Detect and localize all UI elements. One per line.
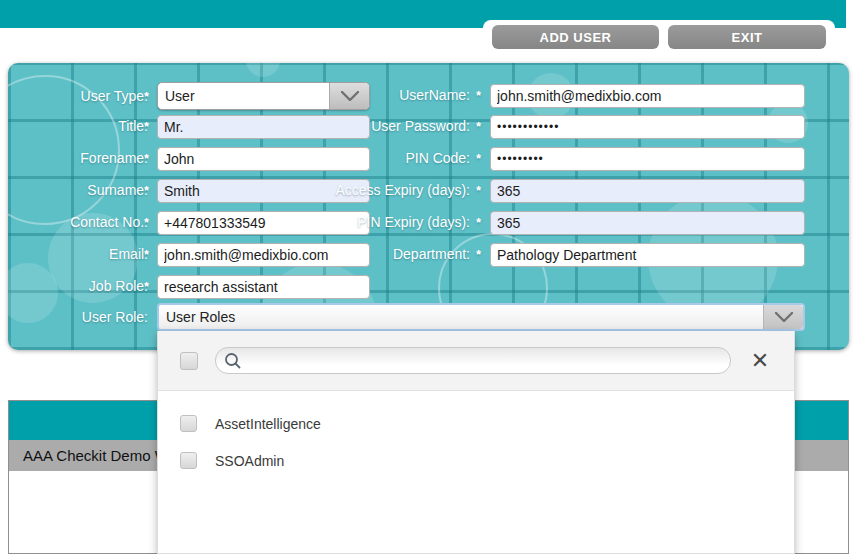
role-option-label: AssetIntelligence <box>215 416 321 432</box>
user-role-label: User Role: <box>82 309 148 325</box>
access-expiry-label: Access Expiry (days): <box>335 182 470 198</box>
pin-code-label: PIN Code: <box>405 150 470 166</box>
user-form-panel: User Type: * User Title: * Forename: * S… <box>8 63 849 350</box>
role-option-ssoadmin[interactable]: SSOAdmin <box>158 447 794 477</box>
required-asterisk: * <box>476 119 481 134</box>
required-asterisk: * <box>476 183 481 198</box>
select-all-checkbox[interactable] <box>180 352 198 370</box>
required-asterisk: * <box>476 215 481 230</box>
roles-search-box <box>215 347 731 374</box>
required-asterisk: * <box>144 279 149 294</box>
user-password-field[interactable] <box>490 115 805 139</box>
chevron-down-icon <box>763 305 803 329</box>
roles-search-input[interactable] <box>246 349 724 372</box>
toolbar: ADD USER EXIT <box>483 20 835 53</box>
access-expiry-field[interactable] <box>490 179 805 203</box>
search-icon <box>224 352 242 374</box>
required-asterisk: * <box>476 151 481 166</box>
role-checkbox[interactable] <box>180 452 197 469</box>
close-icon[interactable]: ✕ <box>748 349 772 373</box>
required-asterisk: * <box>476 247 481 262</box>
job-role-label: Job Role: <box>89 278 148 294</box>
role-option-label: SSOAdmin <box>215 453 284 469</box>
add-user-button[interactable]: ADD USER <box>492 25 659 49</box>
username-label: UserName: <box>399 87 470 103</box>
required-asterisk: * <box>476 88 481 103</box>
user-password-label: User Password: <box>371 118 470 134</box>
pin-expiry-label: PIN Expiry (days): <box>357 214 470 230</box>
decor-bubble <box>246 63 280 77</box>
exit-button[interactable]: EXIT <box>668 25 826 49</box>
department-label: Department: <box>393 246 470 262</box>
user-roles-dropdown: ✕ AssetIntelligence SSOAdmin <box>157 331 795 554</box>
role-checkbox[interactable] <box>180 415 197 432</box>
department-field[interactable] <box>490 243 805 267</box>
role-option-assetintelligence[interactable]: AssetIntelligence <box>158 410 794 440</box>
roles-dropdown-header: ✕ <box>158 331 794 391</box>
pin-expiry-field[interactable] <box>490 211 805 235</box>
pin-code-field[interactable] <box>490 147 805 171</box>
user-role-select[interactable]: User Roles <box>157 303 805 331</box>
job-role-field[interactable] <box>157 275 370 299</box>
user-role-value: User Roles <box>166 309 235 325</box>
username-field[interactable] <box>490 84 805 108</box>
